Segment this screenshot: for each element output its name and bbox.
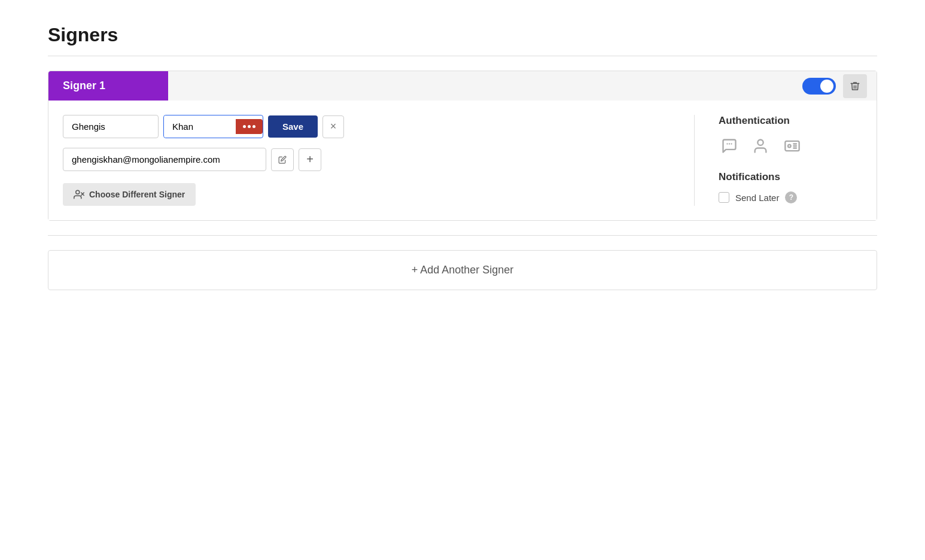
notifications-section: Notifications Send Later ?: [719, 171, 862, 203]
add-another-signer-button[interactable]: + Add Another Signer: [48, 250, 877, 290]
email-input[interactable]: [63, 148, 266, 171]
add-email-button[interactable]: +: [299, 148, 321, 171]
person-icon: [752, 138, 769, 154]
choose-different-signer-button[interactable]: Choose Different Signer: [63, 183, 196, 206]
signer-1-card: Signer 1: [48, 71, 877, 221]
toggle-track: [802, 78, 836, 95]
svg-point-0: [76, 190, 80, 194]
svg-point-6: [757, 140, 763, 145]
identity-auth-button[interactable]: [750, 135, 771, 157]
notifications-title: Notifications: [719, 171, 862, 183]
cancel-button[interactable]: ×: [322, 115, 344, 138]
auth-icons-row: [719, 135, 862, 157]
page-title: Signers: [48, 24, 877, 46]
delete-signer-button[interactable]: [843, 74, 867, 98]
cancel-icon: ×: [330, 120, 337, 133]
save-button[interactable]: Save: [268, 115, 318, 138]
authentication-title: Authentication: [719, 115, 862, 127]
name-row: Save ×: [63, 115, 670, 138]
last-name-wrapper: [163, 115, 263, 138]
svg-point-8: [788, 145, 791, 148]
signer-toggle[interactable]: [802, 78, 836, 95]
add-signer-label: + Add Another Signer: [412, 264, 514, 276]
signer-tab-label: Signer 1: [48, 71, 168, 101]
more-dots-icon: [243, 125, 255, 128]
last-name-input[interactable]: [164, 115, 236, 138]
first-name-input[interactable]: [63, 115, 159, 138]
choose-signer-label: Choose Different Signer: [89, 190, 185, 199]
sms-icon: [721, 138, 738, 154]
signer-header-controls: [802, 74, 877, 98]
more-options-button[interactable]: [236, 119, 263, 134]
id-card-icon: [783, 138, 801, 154]
edit-email-button[interactable]: [271, 148, 294, 171]
signer-left-panel: Save × +: [63, 115, 695, 206]
person-remove-icon: [74, 189, 84, 200]
signer-right-panel: Authentication: [695, 115, 862, 206]
send-later-checkbox[interactable]: [719, 192, 729, 203]
help-icon[interactable]: ?: [785, 191, 797, 203]
sms-auth-button[interactable]: [719, 135, 740, 157]
send-later-row: Send Later ?: [719, 191, 862, 203]
signer-body: Save × +: [48, 101, 877, 220]
edit-icon: [278, 156, 287, 164]
send-later-label: Send Later: [735, 193, 779, 203]
toggle-thumb: [820, 80, 833, 93]
id-card-auth-button[interactable]: [781, 135, 804, 157]
trash-icon: [850, 81, 860, 92]
bottom-divider: [48, 235, 877, 236]
email-row: +: [63, 148, 670, 171]
signer-header: Signer 1: [48, 71, 877, 101]
plus-icon: +: [306, 153, 314, 166]
title-divider: [48, 56, 877, 56]
